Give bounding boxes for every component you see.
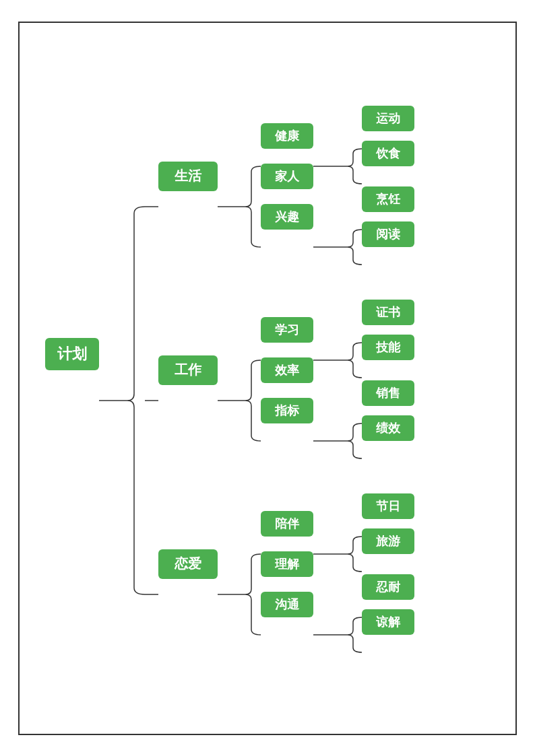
node-l2-1-0: 学习	[261, 317, 313, 343]
node-l3-2-0-1: 旅游	[362, 528, 414, 554]
node-l1-1: 工作	[158, 355, 218, 385]
node-l1-0: 生活	[158, 162, 218, 191]
node-l2-0-0: 健康	[261, 123, 313, 149]
node-l3-1-0-1: 技能	[362, 335, 414, 360]
node-l3-0-2-1: 阅读	[362, 221, 414, 247]
node-l2-0-2: 兴趣	[261, 204, 313, 230]
node-l3-0-0-1: 饮食	[362, 141, 414, 166]
node-l2-0-1: 家人	[261, 164, 313, 189]
node-l3-2-0-0: 节日	[362, 493, 414, 519]
node-l3-2-2-0: 忍耐	[362, 574, 414, 600]
node-l2-1-2: 指标	[261, 398, 313, 423]
node-l3-2-2-1: 谅解	[362, 609, 414, 635]
node-l3-0-2-0: 烹饪	[362, 186, 414, 212]
node-l2-2-2: 沟通	[261, 592, 313, 617]
node-l2-2-1: 理解	[261, 551, 313, 577]
mindmap-container: 计划生活健康运动饮食家人兴趣烹饪阅读工作学习证书技能效率指标销售绩效恋爱陪伴节日…	[38, 67, 497, 734]
node-l3-1-0-0: 证书	[362, 300, 414, 325]
node-l3-0-0-0: 运动	[362, 106, 414, 131]
node-l3-1-2-0: 销售	[362, 380, 414, 406]
node-l2-1-1: 效率	[261, 357, 313, 383]
node-root: 计划	[45, 338, 99, 370]
node-l1-2: 恋爱	[158, 549, 218, 579]
page: 计划生活健康运动饮食家人兴趣烹饪阅读工作学习证书技能效率指标销售绩效恋爱陪伴节日…	[18, 22, 517, 735]
node-l2-2-0: 陪伴	[261, 511, 313, 537]
node-l3-1-2-1: 绩效	[362, 415, 414, 441]
